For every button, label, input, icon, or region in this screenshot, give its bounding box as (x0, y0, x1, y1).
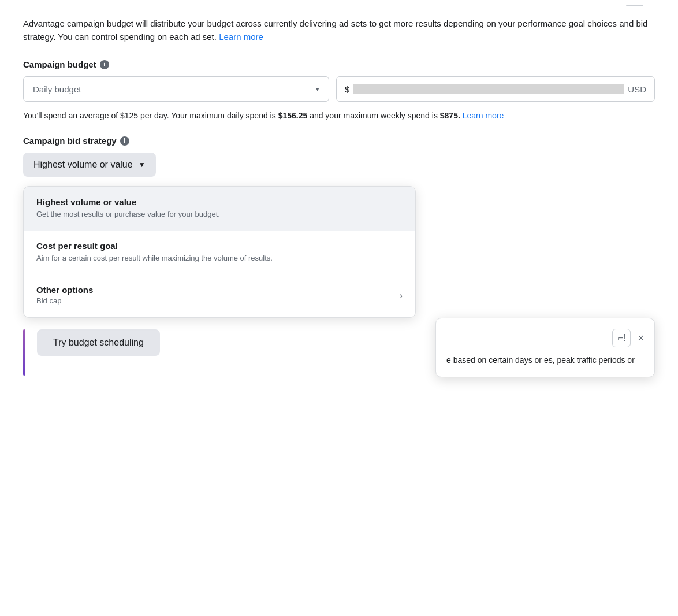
campaign-budget-info-icon[interactable]: i (100, 60, 109, 69)
other-options-left: Other options Bid cap (36, 285, 93, 306)
campaign-budget-section: Campaign budget i Daily budget ▾ $ USD Y… (23, 60, 655, 122)
page-container: Advantage campaign budget will distribut… (0, 0, 678, 616)
currency-code-label: USD (628, 84, 646, 94)
bid-option-cost-desc: Aim for a certain cost per result while … (36, 253, 403, 264)
bottom-section: Try budget scheduling ⌐! × e based on ce… (23, 329, 655, 376)
other-options-subtitle: Bid cap (36, 296, 93, 306)
bid-strategy-dropdown-arrow: ▼ (139, 161, 146, 169)
campaign-budget-label: Campaign budget i (23, 60, 655, 69)
bid-option-other[interactable]: Other options Bid cap › (24, 274, 415, 317)
budget-amount-blurred (353, 84, 624, 94)
tooltip-text: e based on certain days or es, peak traf… (446, 355, 635, 365)
campaign-bid-section: Campaign bid strategy i Highest volume o… (23, 136, 655, 318)
budget-row: Daily budget ▾ $ USD (23, 76, 655, 102)
other-options-chevron: › (400, 291, 403, 301)
other-options-title: Other options (36, 285, 93, 295)
spend-learn-more-link[interactable]: Learn more (463, 111, 504, 120)
currency-symbol: $ (345, 84, 349, 94)
intro-text: Advantage campaign budget will distribut… (23, 17, 655, 43)
bid-option-highest-volume[interactable]: Highest volume or value Get the most res… (24, 187, 415, 231)
max-daily-amount: $156.25 (278, 111, 308, 120)
bid-strategy-dropdown-menu: Highest volume or value Get the most res… (23, 186, 416, 318)
bid-strategy-dropdown-button[interactable]: Highest volume or value ▼ (23, 153, 156, 177)
bid-strategy-selected-label: Highest volume or value (33, 159, 133, 170)
tooltip-feedback-icon[interactable]: ⌐! (612, 329, 631, 347)
spend-info-text: You'll spend an average of $125 per day.… (23, 110, 655, 122)
left-accent-bar (23, 329, 25, 376)
spend-info-part1: You'll spend an average of $125 per day.… (23, 111, 276, 120)
campaign-bid-info-icon[interactable]: i (120, 136, 129, 146)
budget-type-label: Daily budget (33, 84, 81, 94)
bid-option-cost-per-result[interactable]: Cost per result goal Aim for a certain c… (24, 231, 415, 274)
budget-amount-wrapper: $ USD (336, 76, 655, 102)
intro-body-text: Advantage campaign budget will distribut… (23, 18, 647, 42)
campaign-bid-label: Campaign bid strategy i (23, 136, 655, 146)
tooltip-content: e based on certain days or es, peak traf… (446, 354, 644, 366)
max-weekly-amount: $875. (440, 111, 460, 120)
budget-type-select[interactable]: Daily budget ▾ (23, 76, 329, 102)
try-budget-scheduling-button[interactable]: Try budget scheduling (37, 329, 160, 356)
spend-info-part2: and your maximum weekly spend is (310, 111, 440, 120)
tooltip-close-icon[interactable]: × (638, 333, 644, 343)
select-arrow-icon: ▾ (316, 86, 319, 93)
intro-learn-more-link[interactable]: Learn more (219, 32, 263, 42)
feedback-icon-symbol: ⌐! (618, 333, 626, 343)
tooltip-popup: ⌐! × e based on certain days or es, peak… (435, 318, 655, 377)
bid-option-cost-title: Cost per result goal (36, 241, 403, 251)
top-dash (626, 5, 643, 6)
bid-option-highest-volume-desc: Get the most results or purchase value f… (36, 209, 403, 220)
bid-option-highest-volume-title: Highest volume or value (36, 197, 403, 207)
tooltip-header: ⌐! × (446, 329, 644, 347)
